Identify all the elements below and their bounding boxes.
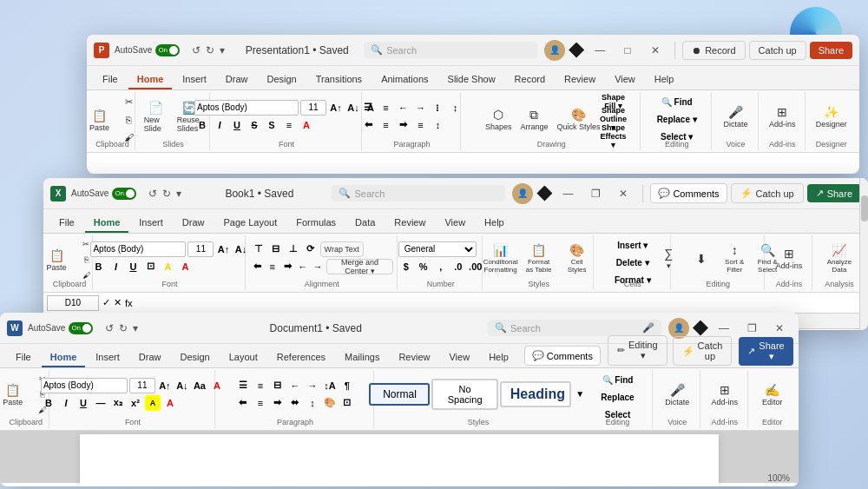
excel-orient-btn[interactable]: ⟳ [303,241,319,257]
excel-tab-file[interactable]: File [50,214,83,233]
excel-cell-ref-input[interactable] [47,295,99,311]
word-minimize-btn[interactable]: — [712,318,736,339]
ppt-underline-btn[interactable]: U [229,117,245,133]
word-tab-layout[interactable]: Layout [220,348,266,367]
word-indent-dec-btn[interactable]: ← [287,378,303,393]
ppt-find-btn[interactable]: 🔍 Find [647,94,707,109]
word-tab-insert[interactable]: Insert [87,348,128,367]
word-underline-btn[interactable]: U [76,395,91,411]
ppt-font-inc-btn[interactable]: A↑ [328,100,344,116]
excel-tab-insert[interactable]: Insert [130,214,172,233]
excel-paste-btn[interactable]: 📋 Paste [43,246,72,274]
ppt-redo-btn[interactable]: ↻ [204,43,216,57]
ppt-strike-btn[interactable]: S [247,117,262,133]
excel-catch-btn[interactable]: ⚡ Catch up [731,183,804,203]
word-find-btn[interactable]: 🔍 Find [587,372,649,387]
excel-tab-data[interactable]: Data [346,214,384,233]
word-bold-btn[interactable]: B [41,395,56,411]
ppt-close-btn[interactable]: ✕ [643,40,667,61]
word-pilcrow-btn[interactable]: ¶ [339,378,355,393]
excel-align-top-btn[interactable]: ⊤ [251,241,266,257]
ppt-search[interactable]: 🔍 Search [364,42,537,58]
excel-align-left-btn[interactable]: ⬅ [251,259,264,274]
excel-autosave-area[interactable]: AutoSave On [71,188,136,200]
excel-italic-btn[interactable]: I [108,259,123,274]
ppt-tab-home[interactable]: Home [128,70,173,89]
excel-indent-inc-btn[interactable]: → [311,259,324,274]
excel-fontcolor-btn[interactable]: A [177,259,193,274]
word-tab-draw[interactable]: Draw [130,348,170,367]
word-highlight-btn[interactable]: A [145,395,161,411]
word-outline-btn[interactable]: ⊟ [270,378,286,393]
word-editor-btn[interactable]: ✍ Editor [757,380,788,408]
word-dictate-btn[interactable]: 🎤 Dictate [661,380,693,408]
excel-percent-btn[interactable]: % [416,259,431,274]
word-superscript-btn[interactable]: x² [128,395,143,411]
ppt-align-left-btn[interactable]: ⬅ [360,117,376,133]
ppt-italic-btn[interactable]: I [212,117,227,133]
ppt-shadow-btn[interactable]: S [264,117,279,133]
word-catch-btn[interactable]: ⚡ Catch up [673,336,733,366]
ppt-arrange-btn[interactable]: ⧉ Arrange [516,105,551,133]
ppt-addins-btn[interactable]: ⊞ Add-ins [766,102,799,130]
excel-tab-pagelayout[interactable]: Page Layout [214,214,286,233]
ppt-font-size-input[interactable] [300,100,326,116]
excel-cellstyles-btn[interactable]: 🎨 Cell Styles [559,241,595,275]
excel-share-btn[interactable]: ↗ Share [807,184,861,202]
word-style-normal[interactable]: Normal [369,383,430,406]
word-line-space-btn[interactable]: ↕ [305,395,320,411]
ppt-tab-insert[interactable]: Insert [174,70,215,89]
excel-comma-btn[interactable]: , [433,259,449,274]
ppt-fontcolor-btn[interactable]: A [299,117,314,133]
ppt-spacing-btn[interactable]: ≡ [281,117,297,133]
ppt-replace-btn[interactable]: Replace ▾ [647,111,707,127]
word-font-size-input[interactable] [129,378,155,393]
excel-align-center-btn[interactable]: ≡ [266,259,279,274]
excel-conditional-btn[interactable]: 📊 Conditional Formatting [483,241,519,275]
word-undo-btn[interactable]: ↺ [103,321,115,335]
ppt-more-btn[interactable]: ▾ [218,43,227,57]
excel-number-format-select[interactable]: General [398,241,477,257]
excel-dec-dec-btn[interactable]: .0 [450,259,466,274]
word-user-avatar[interactable]: 👤 [668,318,689,339]
ppt-tab-view[interactable]: View [606,70,644,89]
excel-indent-dec-btn[interactable]: ← [296,259,309,274]
excel-more-btn[interactable]: ▾ [174,187,183,201]
excel-redo-btn[interactable]: ↻ [161,187,173,201]
word-tab-view[interactable]: View [440,348,478,367]
word-font-dec-btn[interactable]: A↓ [174,378,190,393]
ppt-bullets-btn[interactable]: ☰ [360,100,376,116]
excel-search[interactable]: 🔍 Search [332,185,505,202]
ppt-align-right-btn[interactable]: ➡ [395,117,411,133]
word-redo-btn[interactable]: ↻ [117,321,129,335]
ppt-quick-styles-btn[interactable]: 🎨 Quick Styles [554,105,604,133]
word-italic-btn[interactable]: I [58,395,74,411]
excel-tab-formulas[interactable]: Formulas [287,214,345,233]
excel-vscrollbar[interactable] [859,178,868,330]
word-tab-file[interactable]: File [7,348,40,367]
ppt-new-slide-btn[interactable]: 📄 New Slide [141,98,172,135]
ppt-dictate-btn[interactable]: 🎤 Dictate [720,102,751,130]
excel-fill-btn[interactable]: ⬇ [686,249,717,267]
word-border-btn[interactable]: ⊡ [339,395,355,411]
ppt-autosave-toggle[interactable]: On [155,44,180,56]
word-paste-btn[interactable]: 📋 Paste [0,380,29,408]
word-subscript-btn[interactable]: x₂ [110,395,126,411]
excel-tab-draw[interactable]: Draw [174,214,214,233]
ppt-shapeeffects-btn[interactable]: Shape Effects ▾ [606,129,621,144]
word-tab-design[interactable]: Design [171,348,218,367]
ppt-indent-inc-btn[interactable]: → [412,100,428,116]
ppt-justify-btn[interactable]: ≡ [412,117,428,133]
excel-autosave-toggle[interactable]: On [112,188,136,200]
ppt-maximize-btn[interactable]: □ [615,40,640,61]
word-tab-help[interactable]: Help [480,348,517,367]
ppt-tab-design[interactable]: Design [258,70,305,89]
ppt-paste-btn[interactable]: 📋 Paste [87,106,115,134]
word-addins-btn[interactable]: ⊞ Add-ins [708,380,742,408]
ppt-autosave-area[interactable]: AutoSave On [115,44,180,56]
ppt-shapes-btn[interactable]: ⬡ Shapes [482,105,516,133]
word-indent-inc-btn[interactable]: → [305,378,320,393]
ppt-numbering-btn[interactable]: ≡ [378,100,393,116]
word-more-btn[interactable]: ▾ [131,321,140,335]
excel-analyze-btn[interactable]: 📈 Analyze Data [818,241,861,275]
